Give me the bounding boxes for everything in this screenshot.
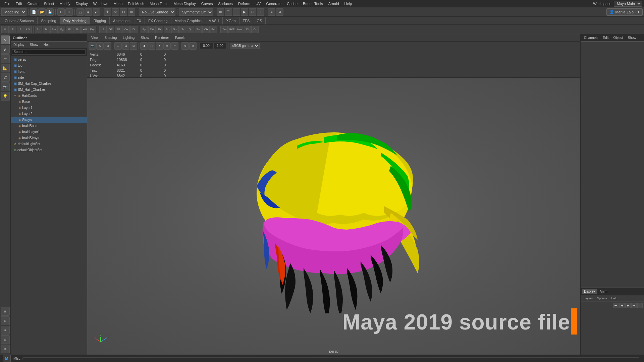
list-item[interactable]: ▣ top — [11, 62, 87, 68]
paint-tool-icon[interactable]: 🖌 — [1, 45, 10, 54]
list-item[interactable]: ▣ side — [11, 74, 87, 80]
nav-prev-icon[interactable]: ◀ — [619, 303, 625, 308]
xray-icon[interactable]: ⊘ — [189, 42, 197, 50]
render-icon[interactable]: ▶ — [241, 8, 248, 16]
measure-tool-icon[interactable]: 📐 — [1, 64, 10, 72]
viewport-tab-panels[interactable]: Panels — [172, 35, 188, 40]
uv-editor-icon[interactable]: UVE — [228, 26, 235, 33]
list-item[interactable]: ◈ Base — [11, 99, 87, 105]
list-item[interactable]: ▣ persp — [11, 56, 87, 62]
camera-tool-icon[interactable]: 📷 — [1, 82, 10, 91]
menu-edit[interactable]: Edit — [13, 1, 24, 6]
list-item[interactable]: ◈ Strays — [11, 117, 87, 123]
outliner-tab-help[interactable]: Help — [41, 42, 53, 47]
display-options-icon[interactable]: ≡ — [268, 8, 275, 16]
workspace-select[interactable]: Maya Main — [614, 1, 642, 7]
open-file-icon[interactable]: 📂 — [38, 8, 46, 16]
list-item[interactable]: ◈ Layer2 — [11, 111, 87, 117]
tab-motion-graphics[interactable]: Motion Graphics — [171, 17, 205, 24]
channel-tab-show[interactable]: Show — [626, 35, 638, 40]
tab-fx-caching[interactable]: FX Caching — [145, 17, 171, 24]
select-icon[interactable]: ⬚ — [76, 8, 84, 16]
channel-box-icon[interactable]: ≡ — [1, 326, 10, 335]
list-item[interactable]: ⊕ defaultObjectSet — [11, 147, 87, 153]
menu-select[interactable]: Select — [42, 1, 57, 6]
menu-cache[interactable]: Cache — [284, 1, 300, 6]
shading-mode-icon[interactable]: ◑ — [140, 42, 148, 50]
combine-icon[interactable]: Cb — [202, 26, 210, 33]
outliner-tab-display[interactable]: Display — [11, 42, 27, 47]
display-tab[interactable]: Display — [582, 289, 597, 294]
camera-options-icon[interactable]: 📷 — [89, 42, 96, 50]
insert-edgeloop-icon[interactable]: IE — [99, 26, 107, 33]
symmetry-select[interactable]: Symmetry: Off — [179, 8, 213, 16]
smooth-shade-icon[interactable]: ● — [156, 42, 163, 50]
layers-sub-tab[interactable]: Layers — [582, 296, 594, 300]
settings-icon[interactable]: ⚙ — [276, 8, 283, 16]
four-view-icon[interactable]: ⊞ — [122, 42, 129, 50]
connect-icon[interactable]: Cn — [122, 26, 130, 33]
view-compass-icon[interactable]: ⊙ — [96, 42, 104, 50]
menu-edit-mesh[interactable]: Edit Mesh — [125, 1, 147, 6]
tab-xgen[interactable]: XGen — [223, 17, 239, 24]
list-item[interactable]: ▣ front — [11, 68, 87, 74]
list-item[interactable]: ◈ braidBase — [11, 123, 87, 129]
four-view-icon[interactable]: ⊞ — [1, 316, 10, 325]
bevel-icon[interactable]: Bev — [50, 26, 58, 33]
quadrangulate-icon[interactable]: Qu — [187, 26, 194, 33]
crease-icon[interactable]: Cr — [251, 26, 259, 33]
menu-mesh-display[interactable]: Mesh Display — [171, 1, 198, 6]
outliner-tab-show[interactable]: Show — [27, 42, 41, 47]
split-polygon-icon[interactable]: Sp — [141, 26, 148, 33]
help-sub-tab[interactable]: Help — [609, 296, 619, 300]
channel-tab-object[interactable]: Object — [611, 35, 625, 40]
tool-settings-icon[interactable]: ⚙ — [1, 345, 10, 353]
anim-tab[interactable]: Anim — [598, 289, 609, 294]
tab-poly-modeling[interactable]: Poly Modeling — [60, 17, 90, 24]
tab-mash[interactable]: MASH — [205, 17, 223, 24]
nav-next-icon[interactable]: ▶ — [625, 303, 631, 308]
undo-icon[interactable]: ↩ — [57, 8, 65, 16]
single-view-icon[interactable]: □ — [114, 42, 122, 50]
face-component-icon[interactable]: F — [17, 26, 24, 33]
list-item[interactable]: ◈ Layer1 — [11, 105, 87, 111]
tab-sculpting[interactable]: Sculpting — [38, 17, 60, 24]
light-shading-icon[interactable]: ☀ — [171, 42, 178, 50]
gamma-select[interactable]: sRGB gamma — [230, 43, 260, 49]
viewport-tab-view[interactable]: View — [89, 35, 101, 40]
tab-animation[interactable]: Animation — [110, 17, 133, 24]
color-icon[interactable]: Cl — [244, 26, 251, 33]
frame-value1[interactable] — [200, 43, 213, 49]
tab-fx[interactable]: FX — [133, 17, 145, 24]
menu-modify[interactable]: Modify — [57, 1, 72, 6]
new-file-icon[interactable]: 📄 — [30, 8, 38, 16]
wedge-icon[interactable]: Wd — [81, 26, 89, 33]
viewport-tab-shading[interactable]: Shading — [102, 35, 120, 40]
menu-windows[interactable]: Windows — [91, 1, 111, 6]
offset-edgeloop-icon[interactable]: OE — [107, 26, 114, 33]
move-icon[interactable]: ✛ — [104, 8, 111, 16]
menu-bonus-tools[interactable]: Bonus Tools — [301, 1, 325, 6]
snap-point-icon[interactable]: · — [233, 8, 240, 16]
uvs-icon[interactable]: UVs — [220, 26, 228, 33]
menu-curves[interactable]: Curves — [199, 1, 215, 6]
list-item[interactable]: ▣ SM_Hair_Charlize — [11, 86, 87, 93]
snap-grid-icon[interactable]: ⊞ — [217, 8, 224, 16]
redo-icon[interactable]: ↪ — [65, 8, 73, 16]
sculpt-icon[interactable]: Sc — [164, 26, 171, 33]
target-weld-icon[interactable]: TW — [148, 26, 156, 33]
quick-layout-icon[interactable]: ⊟ — [1, 307, 10, 316]
tab-gs[interactable]: GS — [253, 17, 266, 24]
mode-select[interactable]: Modeling — [1, 8, 26, 16]
paint-select-icon[interactable]: 🖌 — [93, 8, 100, 16]
menu-arnold[interactable]: Arnold — [326, 1, 341, 6]
universal-manip-icon[interactable]: ⊞ — [128, 8, 135, 16]
list-item[interactable]: ▣ SM_HairCap_Charlize — [11, 80, 87, 86]
nav-last-icon[interactable]: ⏭ — [631, 303, 637, 308]
nav-first-icon[interactable]: ⏮ — [613, 303, 619, 308]
list-item[interactable]: ◈ braidStrays — [11, 135, 87, 141]
two-view-icon[interactable]: ⊟ — [130, 42, 137, 50]
poke-icon[interactable]: Pk — [73, 26, 81, 33]
menu-file[interactable]: File — [2, 1, 13, 6]
list-item[interactable]: ▼ ◈ HairCards — [11, 93, 87, 99]
